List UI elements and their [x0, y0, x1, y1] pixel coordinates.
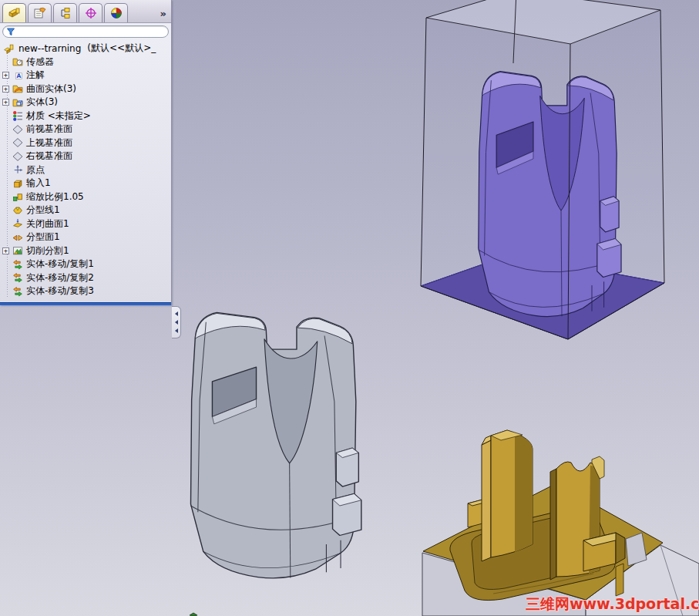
tree-item-parting-surface1[interactable]: 分型面1	[0, 231, 171, 244]
displaymanager-icon	[109, 7, 123, 19]
expand-toggle[interactable]: +	[2, 99, 9, 106]
tree-item-body-move-copy3[interactable]: 实体-移动/复制3	[0, 284, 171, 298]
tab-displaymanager[interactable]	[104, 3, 128, 22]
rollback-bar[interactable]	[0, 302, 171, 305]
expand-toggle[interactable]: +	[2, 247, 9, 254]
tree-item-imported1[interactable]: 输入1	[0, 177, 171, 190]
sensors-folder-icon	[12, 56, 23, 67]
body-move-copy-icon	[12, 286, 23, 297]
configurationmanager-icon	[59, 7, 72, 19]
part-icon	[3, 43, 14, 54]
collapse-arrow-icon	[175, 320, 178, 325]
tree-item-parting-line1[interactable]: 分型线1	[0, 204, 171, 217]
tab-configurationmanager[interactable]	[53, 3, 77, 22]
origin-icon	[12, 164, 23, 175]
featuremanager-panel: »	[0, 0, 172, 305]
origin-triad-icon	[189, 610, 198, 616]
expand-toggle[interactable]: +	[2, 86, 9, 93]
collapse-arrow-icon	[175, 328, 178, 333]
parting-line-icon	[12, 205, 23, 216]
tab-overflow-chevron[interactable]: »	[160, 8, 169, 19]
model-core-gold[interactable]	[422, 430, 699, 616]
body-move-copy-icon	[12, 272, 23, 283]
tree-item-right-plane[interactable]: 右视基准面	[0, 150, 171, 163]
solidworks-window: 三维网www.3dportal.cn	[0, 0, 699, 616]
material-icon	[12, 110, 23, 121]
shut-off-surface-icon	[12, 218, 23, 229]
plane-icon	[12, 124, 23, 135]
tree-item-front-plane[interactable]: 前视基准面	[0, 123, 171, 136]
solid-bodies-folder-icon	[12, 97, 23, 108]
tree-item-top-plane[interactable]: 上视基准面	[0, 136, 171, 150]
scale-icon	[12, 191, 23, 202]
imported-body-icon	[12, 178, 23, 189]
root-config-suffix: (默认<<默认>_	[87, 42, 156, 55]
tree-item-body-move-copy1[interactable]: 实体-移动/复制1	[0, 258, 171, 271]
filter-funnel-icon	[6, 27, 15, 36]
tree-item-surface-bodies[interactable]: + 曲面实体(3)	[0, 82, 171, 96]
filter-field[interactable]	[2, 25, 169, 38]
annotations-folder-icon	[12, 70, 23, 81]
filter-input[interactable]	[15, 27, 165, 36]
dimxpert-icon	[84, 7, 98, 19]
plane-icon	[12, 137, 23, 148]
surface-bodies-folder-icon	[12, 83, 23, 94]
tree-item-shutoff-surface1[interactable]: 关闭曲面1	[0, 217, 171, 231]
watermark: 三维网www.3dportal.cn	[526, 594, 699, 614]
propertymanager-icon	[33, 7, 47, 19]
root-label: new--trarning	[18, 43, 81, 54]
plane-icon	[12, 151, 23, 162]
tree-item-tooling-split1[interactable]: + 切削分割1	[0, 244, 171, 258]
body-move-copy-icon	[12, 259, 23, 270]
tree-root-item[interactable]: new--trarning (默认<<默认>_	[0, 42, 171, 56]
tree-item-material[interactable]: 材质 <未指定>	[0, 109, 171, 123]
tree-item-scale[interactable]: 缩放比例1.05	[0, 190, 171, 204]
parting-surface-icon	[12, 232, 23, 243]
feature-tree: A new--trarning	[0, 39, 171, 303]
tree-item-solid-bodies[interactable]: + 实体(3)	[0, 96, 171, 109]
expand-toggle[interactable]: +	[2, 72, 9, 79]
model-cavity-block[interactable]	[421, 0, 664, 339]
tooling-split-icon	[12, 245, 23, 256]
collapse-arrow-icon	[175, 311, 178, 316]
tab-dimxpertmanager[interactable]	[79, 3, 102, 22]
featuremanager-icon	[8, 7, 22, 19]
panel-splitter-handle[interactable]	[172, 306, 181, 338]
tree-item-annotations[interactable]: + 注解	[0, 69, 171, 82]
filter-row	[0, 23, 171, 39]
tree-item-body-move-copy2[interactable]: 实体-移动/复制2	[0, 271, 171, 285]
tab-featuremanager[interactable]	[2, 3, 26, 22]
model-part-gray[interactable]	[190, 312, 361, 578]
tree-item-origin[interactable]: 原点	[0, 163, 171, 177]
tree-item-sensors[interactable]: 传感器	[0, 56, 171, 69]
panel-tab-bar: »	[0, 0, 171, 23]
tab-propertymanager[interactable]	[28, 3, 52, 22]
